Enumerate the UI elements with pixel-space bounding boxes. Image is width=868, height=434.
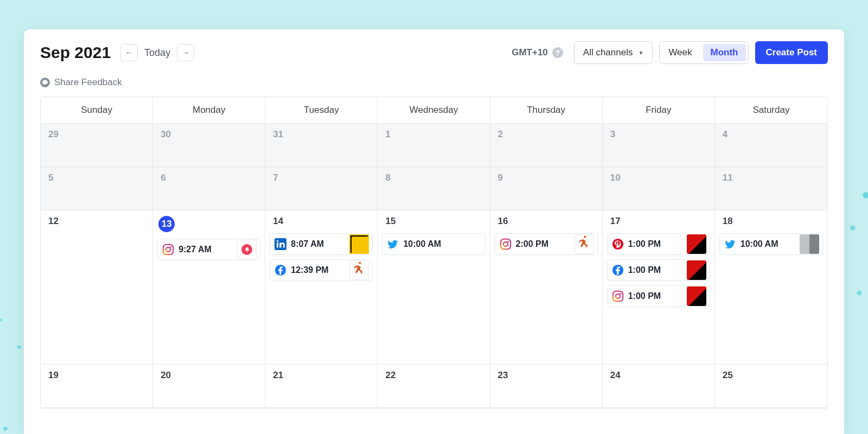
scheduled-post[interactable]: 10:00 AM [719,233,823,255]
calendar-cell[interactable]: 19 [41,365,153,408]
help-icon[interactable]: ? [552,47,563,58]
day-number: 14 [270,216,283,227]
svg-point-2 [170,246,172,248]
calendar-panel: Sep 2021 ← Today → GMT+10 ? All channels… [24,29,844,434]
scheduled-post[interactable]: 2:00 PM [495,233,598,255]
day-number: 3 [607,129,615,140]
day-number: 17 [607,216,621,227]
calendar-cell[interactable]: 22 [378,365,490,408]
view-month-button[interactable]: Month [703,44,746,61]
calendar-grid: SundayMondayTuesdayWednesdayThursdayFrid… [40,97,828,409]
day-number: 1 [382,129,390,140]
day-number: 9 [495,173,503,183]
day-number: 8 [382,173,390,183]
calendar-cell[interactable]: 29 [41,124,153,167]
calendar-cell[interactable]: 30 [153,124,265,167]
today-button[interactable]: Today [144,44,170,61]
post-thumbnail [687,234,706,254]
dow-header: Wednesday [378,97,490,124]
svg-point-14 [620,293,621,295]
day-number: 22 [382,370,395,381]
day-number: 7 [270,173,278,183]
post-time: 8:07 AM [291,239,345,249]
calendar-cell[interactable]: 31 [265,124,378,167]
share-feedback-link[interactable]: Share Feedback [24,67,844,93]
calendar-cell[interactable]: 25 [715,365,827,408]
calendar-cell[interactable]: 5 [41,167,153,210]
day-number: 10 [607,173,621,183]
calendar-cell[interactable]: 4 [715,124,827,167]
day-number: 5 [45,173,53,183]
view-toggle: Week Month [659,41,748,64]
day-number: 2 [495,129,503,140]
post-thumbnail [800,234,819,254]
day-number: 21 [270,370,283,381]
calendar-cell[interactable]: 171:00 PM1:00 PM1:00 PM [603,210,715,365]
twitter-icon [387,238,399,250]
scheduled-post[interactable]: 1:00 PM [607,259,710,281]
post-thumbnail [349,234,369,254]
calendar-cell[interactable]: 139:27 AM [153,210,265,365]
instagram-icon [500,238,512,250]
facebook-icon [612,264,624,276]
scheduled-post[interactable]: 12:39 PM [270,259,373,281]
view-week-button[interactable]: Week [660,42,700,63]
day-number: 19 [45,370,59,381]
day-number: 30 [157,129,171,140]
create-post-button[interactable]: Create Post [755,41,828,64]
share-feedback-label: Share Feedback [54,77,122,88]
dow-header: Thursday [490,97,603,124]
post-time: 12:39 PM [291,265,345,275]
day-number: 13 [158,216,175,232]
twitter-icon [724,238,736,250]
calendar-cell[interactable]: 7 [265,167,378,210]
calendar-cell[interactable]: 6 [153,167,265,210]
calendar-cell[interactable]: 24 [603,365,715,408]
day-number: 16 [495,216,508,227]
day-number: 31 [270,129,283,140]
svg-rect-0 [163,245,173,254]
calendar-cell[interactable]: 2 [490,124,603,167]
calendar-cell[interactable]: 23 [490,365,603,408]
post-thumbnail [687,260,706,280]
scheduled-post[interactable]: 1:00 PM [607,233,710,255]
scheduled-post[interactable]: 9:27 AM [157,239,260,260]
chat-bubble-icon [40,78,50,87]
calendar-cell[interactable]: 1 [378,124,490,167]
dow-header: Tuesday [265,97,378,124]
month-title: Sep 2021 [40,43,111,62]
calendar-cell[interactable]: 8 [378,167,490,210]
channels-dropdown[interactable]: All channels ▼ [574,41,653,64]
dow-header: Friday [603,97,715,124]
post-time: 10:00 AM [403,239,481,249]
day-number: 20 [157,370,171,381]
calendar-cell[interactable]: 9 [490,167,603,210]
day-number: 23 [495,370,508,381]
prev-month-button[interactable]: ← [120,44,138,61]
svg-point-1 [166,247,170,252]
svg-rect-12 [613,291,623,301]
calendar-cell[interactable]: 20 [153,365,265,408]
next-month-button[interactable]: → [177,44,194,61]
calendar-cell[interactable]: 1810:00 AM [715,210,827,365]
scheduled-post[interactable]: 8:07 AM [270,233,373,255]
calendar-cell[interactable]: 21 [265,365,378,408]
toolbar: Sep 2021 ← Today → GMT+10 ? All channels… [24,38,844,67]
day-number: 24 [607,370,621,381]
post-time: 1:00 PM [628,239,682,249]
calendar-cell[interactable]: 12 [41,210,153,365]
instagram-icon [162,244,174,256]
linkedin-icon [275,238,286,250]
post-time: 9:27 AM [178,245,233,254]
calendar-cell[interactable]: 162:00 PM [490,210,603,365]
scheduled-post[interactable]: 10:00 AM [382,233,485,255]
calendar-cell[interactable]: 10 [603,167,715,210]
calendar-cell[interactable]: 148:07 AM12:39 PM [265,210,378,365]
post-time: 1:00 PM [628,291,682,301]
scheduled-post[interactable]: 1:00 PM [607,285,710,307]
calendar-cell[interactable]: 11 [715,167,827,210]
svg-point-5 [277,240,278,242]
day-number: 4 [719,129,727,140]
calendar-cell[interactable]: 1510:00 AM [378,210,490,365]
calendar-cell[interactable]: 3 [603,124,715,167]
